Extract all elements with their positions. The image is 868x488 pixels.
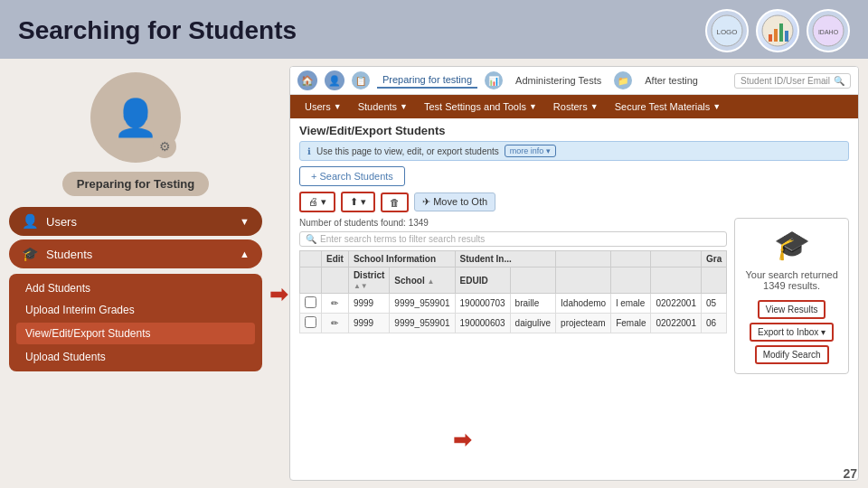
page-content: View/Edit/Export Students ℹ Use this pag…	[290, 118, 858, 380]
th-col6	[556, 251, 611, 267]
export-button[interactable]: ⬆ ▾	[341, 192, 375, 212]
submenu-add-students[interactable]: Add Students	[9, 277, 262, 299]
results-area: Number of students found: 1349 🔍 Enter s…	[299, 218, 849, 374]
th-col7b	[611, 267, 651, 294]
row1-eduid: 190000703	[455, 294, 510, 314]
preparing-label: Preparing for Testing	[62, 172, 210, 196]
nav-rosters-label: Rosters	[553, 101, 588, 112]
svg-text:IDAHO: IDAHO	[818, 29, 839, 35]
th-col6b	[556, 267, 611, 294]
page-title: Searching for Students	[18, 16, 297, 45]
delete-button[interactable]: 🗑	[381, 192, 409, 212]
after-tab-icon: 📁	[614, 71, 632, 89]
gear-badge-icon: ⚙	[153, 135, 176, 158]
print-button[interactable]: 🖨 ▾	[299, 192, 335, 212]
admin-tab-icon: 📊	[485, 71, 503, 89]
search-placeholder: Student ID/User Email	[741, 76, 830, 86]
home-icon[interactable]: 🏠	[297, 70, 317, 90]
logo-3: IDAHO	[807, 9, 850, 52]
row1-checkbox-input[interactable]	[305, 296, 316, 308]
nav-students[interactable]: Students ▼	[351, 98, 415, 116]
nav-test-settings[interactable]: Test Settings and Tools ▼	[417, 98, 544, 116]
row1-edit[interactable]: ✏	[322, 294, 349, 314]
sidebar-menu: 👤 Users ▼ 🎓 Students ▲ Add Students Uplo…	[9, 207, 262, 373]
filter-bar[interactable]: 🔍 Enter search terms to filter search re…	[299, 231, 727, 247]
data-table: Edit School Information Student In... Gr…	[299, 250, 727, 333]
row2-checkbox[interactable]	[300, 314, 322, 333]
th-student-info: Student In...	[455, 251, 556, 267]
row1-col6: Idahodemo	[556, 294, 611, 314]
tab-administering[interactable]: Administering Tests	[510, 73, 607, 88]
tab-after[interactable]: After testing	[639, 73, 703, 88]
row2-edit[interactable]: ✏	[322, 314, 349, 333]
nav-secure-test[interactable]: Secure Test Materials ▼	[608, 98, 729, 116]
arrow-down-icon: ➡	[453, 427, 471, 452]
svg-rect-3	[769, 34, 772, 42]
nav-students-label: Students	[358, 101, 397, 112]
row2-col9: 06	[701, 314, 726, 333]
left-panel: 👤 ⚙ Preparing for Testing 👤 Users ▼ 🎓 St…	[0, 59, 271, 488]
toolbar: 🖨 ▾ ⬆ ▾ 🗑 ✈ Move to Oth	[299, 192, 849, 212]
th-gra: Gra	[701, 251, 726, 267]
modify-search-button[interactable]: Modify Search	[755, 345, 829, 364]
info-icon: ℹ	[307, 146, 311, 156]
row1-school: 9999_959901	[390, 294, 455, 314]
svg-rect-4	[774, 29, 778, 42]
school-sort-icon: ▲	[427, 277, 434, 286]
table-row: ✏ 9999 9999_959901 190000703 braille Ida…	[300, 294, 727, 314]
view-results-button[interactable]: View Results	[758, 300, 826, 319]
district-sort-icon: ▲▼	[354, 282, 368, 290]
th-col8	[651, 251, 702, 267]
logo-1: LOGO	[705, 9, 749, 52]
th-col5	[510, 267, 555, 294]
nav-rosters-chevron-icon: ▼	[590, 102, 599, 111]
search-nav-icon: 🔍	[834, 76, 844, 86]
submenu-upload-students[interactable]: Upload Students	[9, 346, 262, 368]
users-label: Users	[46, 215, 77, 229]
submenu-view-edit[interactable]: View/Edit/Export Students	[16, 323, 255, 344]
row2-col6: projecteam	[556, 314, 611, 333]
info-bar: ℹ Use this page to view, edit, or export…	[299, 141, 849, 161]
row1-col8: 02022001	[651, 294, 702, 314]
arrow-right-icon: ➡	[269, 282, 288, 306]
users-item-left: 👤 Users	[22, 213, 77, 230]
submenu-upload-interim[interactable]: Upload Interim Grades	[9, 299, 262, 321]
page-subtitle: View/Edit/Export Students	[299, 124, 849, 137]
th-school: School ▲	[390, 267, 455, 294]
th-col7	[611, 251, 651, 267]
nav-secure-test-chevron-icon: ▼	[712, 102, 721, 111]
row2-school: 9999_959901	[390, 314, 455, 333]
nav-test-settings-label: Test Settings and Tools	[424, 101, 526, 112]
results-right-panel: 🎓 Your search returned 1349 results. Vie…	[734, 218, 849, 374]
nav-secure-test-label: Secure Test Materials	[615, 101, 711, 112]
row2-col8: 02022001	[651, 314, 702, 333]
nav-students-chevron-icon: ▼	[400, 102, 408, 111]
more-info-button[interactable]: more info ▾	[505, 145, 556, 157]
tab-preparing[interactable]: Preparing for testing	[377, 72, 477, 89]
user-avatar-icon: 👤	[113, 97, 158, 139]
results-left: Number of students found: 1349 🔍 Enter s…	[299, 218, 727, 374]
move-button[interactable]: ✈ Move to Oth	[414, 192, 495, 211]
logo-2	[756, 9, 799, 52]
th-district: District ▲▼	[348, 267, 389, 294]
results-count: Number of students found: 1349	[299, 218, 727, 228]
row1-checkbox[interactable]	[300, 294, 322, 314]
sidebar-item-students[interactable]: 🎓 Students ▲	[9, 239, 262, 268]
avatar-container: 👤 ⚙	[90, 72, 181, 163]
row2-eduid: 190000603	[455, 314, 510, 333]
nav-rosters[interactable]: Rosters ▼	[546, 98, 606, 116]
row2-col7: Female	[611, 314, 651, 333]
export-inbox-button[interactable]: Export to Inbox ▾	[750, 323, 834, 342]
row1-col5: braille	[510, 294, 555, 314]
students-chevron-icon: ▲	[240, 249, 250, 259]
th-col8b	[651, 267, 702, 294]
search-box-nav[interactable]: Student ID/User Email 🔍	[734, 73, 851, 89]
row1-col9: 05	[701, 294, 726, 314]
row2-checkbox-input[interactable]	[305, 316, 316, 328]
nav-users-label: Users	[305, 101, 331, 112]
nav-users[interactable]: Users ▼	[297, 98, 349, 116]
main-content: 👤 ⚙ Preparing for Testing 👤 Users ▼ 🎓 St…	[0, 59, 868, 488]
sidebar-item-users[interactable]: 👤 Users ▼	[9, 207, 262, 236]
search-students-button[interactable]: + Search Students	[299, 166, 405, 186]
users-chevron-icon: ▼	[240, 216, 250, 227]
